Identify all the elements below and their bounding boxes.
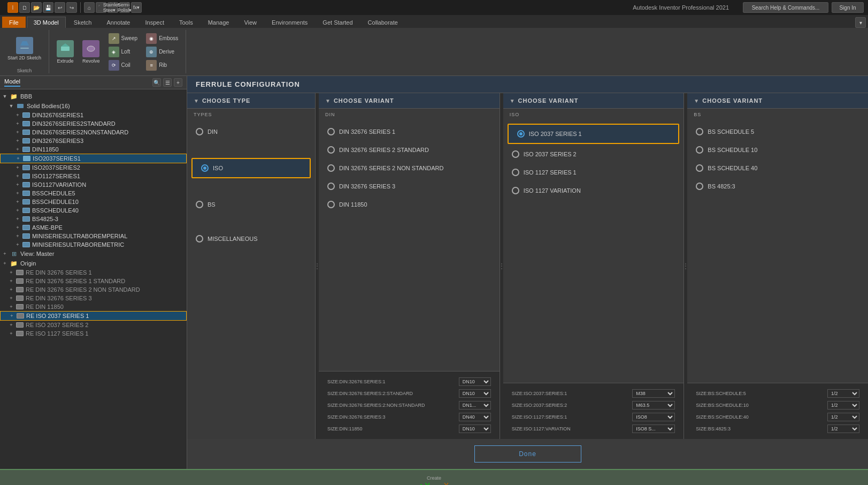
radio-din32676s1[interactable]: DIN 32676 SERIES 1 [319, 123, 500, 141]
tab-annotate[interactable]: Annotate [99, 17, 137, 28]
tree-re-iso2037s1[interactable]: + RE ISO 2037 SERIES 1 [0, 311, 187, 321]
tree-re-item[interactable]: + RE DIN 32676 SERIES 1 [0, 268, 187, 277]
ribbon-toggle-btn[interactable]: ▾ [855, 17, 866, 28]
tree-origin[interactable]: + 📁 Origin [0, 259, 187, 268]
radio-iso[interactable]: ISO [191, 158, 311, 178]
tree-re-item[interactable]: + RE ISO 2037 SERIES 2 [0, 321, 187, 329]
size-din32676s2nonstd-select[interactable]: DN1... [459, 401, 491, 410]
tab-view[interactable]: View [237, 17, 264, 28]
color-btn[interactable]: Semi-Polisl▾ [119, 2, 130, 13]
radio-bs-sched40[interactable]: BS SCHEDULE 40 [687, 159, 868, 177]
material-btn[interactable]: Stainless Stee▾ [107, 2, 118, 13]
size-din32676s3-select[interactable]: DN40 [459, 413, 491, 421]
extrude-btn[interactable]: Extrude [53, 38, 77, 66]
size-iso1127s1-select[interactable]: ISO8 [632, 413, 675, 421]
radio-bs-sched5[interactable]: BS SCHEDULE 5 [687, 123, 868, 141]
tree-item[interactable]: + ISO2037SERIES2 [0, 163, 187, 172]
tab-tools[interactable]: Tools [172, 17, 200, 28]
radio-iso1127var[interactable]: ISO 1127 VARIATION [503, 181, 684, 200]
new-btn[interactable]: 🗋 [19, 2, 30, 13]
home-btn[interactable]: ⌂ [84, 2, 95, 13]
open-btn[interactable]: 📂 [31, 2, 42, 13]
tree-re-item[interactable]: + RE DIN 32676 SERIES 2 NON STANDARD [0, 285, 187, 294]
tab-sketch[interactable]: Sketch [67, 17, 99, 28]
tree-menu-btn[interactable]: ☰ [163, 78, 172, 87]
done-button[interactable]: Done [474, 445, 581, 463]
save-btn[interactable]: 💾 [43, 2, 53, 13]
emboss-btn[interactable]: ◉ Emboss [143, 32, 181, 45]
fx-btn[interactable]: fx▾ [131, 2, 142, 13]
derive-btn[interactable]: ⊕ Derive [143, 46, 181, 58]
size-iso1127var-select[interactable]: ISO8 S... [632, 425, 675, 433]
tree-item[interactable]: + ISO1127SERIES1 [0, 172, 187, 180]
undo-btn[interactable]: ↩ [55, 2, 65, 13]
tree-root-bbb[interactable]: ▼ 📁 BBB [0, 92, 187, 101]
sweep-btn[interactable]: ↗ Sweep [105, 32, 141, 45]
tree-item[interactable]: + MINISERIESULTRABOREMETRIC [0, 240, 187, 249]
tree-item[interactable]: + DIN32676SERIES2NONSTANDARD [0, 128, 187, 137]
search-help-btn[interactable]: Search Help & Commands... [743, 2, 828, 13]
radio-din[interactable]: DIN [187, 123, 315, 141]
tree-item[interactable]: + BS4825-3 [0, 215, 187, 223]
size-bs-sched10-select[interactable]: 1/2 [827, 401, 859, 410]
size-din32676s1-select[interactable]: DN10 [459, 377, 491, 386]
loft-btn[interactable]: ◈ Loft [105, 46, 141, 58]
tree-solid-bodies[interactable]: ▼ Solid Bodies(16) [0, 101, 187, 111]
radio-bs[interactable]: BS [187, 195, 315, 214]
radio-iso2037s1[interactable]: ISO 2037 SERIES 1 [508, 124, 680, 144]
size-bs-sched5-select[interactable]: 1/2 [827, 389, 859, 398]
size-bs-48253-select[interactable]: 1/2 [827, 425, 859, 433]
size-iso2037s2-select[interactable]: M63.5 [632, 401, 675, 410]
config-columns: ▼ CHOOSE TYPE TYPES DIN ISO [187, 93, 868, 439]
tree-view-master[interactable]: + ⊞ View: Master [0, 249, 187, 259]
tab-manage[interactable]: Manage [201, 17, 236, 28]
radio-din32676s2nonstd[interactable]: DIN 32676 SERIES 2 NON STANDARD [319, 159, 500, 177]
tree-item[interactable]: + ASME-BPE [0, 223, 187, 232]
rib-btn[interactable]: ≡ Rib [143, 59, 181, 72]
radio-iso1127s1[interactable]: ISO 1127 SERIES 1 [503, 163, 684, 181]
radio-bs-48253[interactable]: BS 4825:3 [687, 177, 868, 195]
tree-item-iso2037s1[interactable]: + ISO2037SERIES1 [0, 154, 187, 163]
body-icon [22, 225, 30, 230]
search-tree-btn[interactable]: 🔍 [152, 78, 161, 87]
tree-item[interactable]: + DIN11850 [0, 145, 187, 154]
start-2d-sketch-btn[interactable]: Start 2D Sketch [4, 35, 44, 63]
tree-re-item[interactable]: + RE DIN 11850 [0, 302, 187, 311]
size-bs-sched40-select[interactable]: 1/2 [827, 413, 859, 421]
tab-inspect[interactable]: Inspect [139, 17, 171, 28]
size-din11850-select[interactable]: DN10 [459, 425, 491, 433]
redo-btn[interactable]: ↪ [66, 2, 77, 13]
tab-3dmodel[interactable]: 3D Model [27, 17, 66, 28]
radio-din11850[interactable]: DIN 11850 [319, 195, 500, 214]
tree-item[interactable]: + BSSCHEDULE40 [0, 206, 187, 215]
tree-item[interactable]: + DIN32676SERIES1 [0, 111, 187, 119]
tree-re-item[interactable]: + RE DIN 32676 SERIES 1 STANDARD [0, 277, 187, 285]
tree-item[interactable]: + MINISERIESULTRABOREMPERIAL [0, 232, 187, 240]
radio-bs-sched10[interactable]: BS SCHEDULE 10 [687, 141, 868, 159]
revolve-btn[interactable]: Revolve [79, 38, 103, 66]
quick-access-toolbar: I 🗋 📂 💾 ↩ ↪ ⌂ ⬛ Stainless Stee▾ Semi-Pol… [4, 2, 145, 13]
radio-iso2037s2[interactable]: ISO 2037 SERIES 2 [503, 145, 684, 163]
tree-item[interactable]: + BSSCHEDULE5 [0, 189, 187, 198]
root-expand[interactable]: ▼ [2, 94, 7, 99]
tree-item[interactable]: + DIN32676SERIES3 [0, 137, 187, 145]
tree-re-item[interactable]: + RE DIN 32676 SERIES 3 [0, 294, 187, 302]
tab-collaborate[interactable]: Collaborate [361, 17, 405, 28]
solid-bodies-expand[interactable]: ▼ [9, 103, 14, 109]
tree-item[interactable]: + ISO1127VARIATION [0, 180, 187, 189]
model-tab[interactable]: Model [4, 78, 20, 87]
tree-item[interactable]: + BSSCHEDULE10 [0, 198, 187, 206]
radio-din32676s2std[interactable]: DIN 32676 SERIES 2 STANDARD [319, 141, 500, 159]
radio-miscellaneous[interactable]: MISCELLANEOUS [187, 230, 315, 248]
size-iso2037s1-select[interactable]: M38 [632, 389, 675, 398]
size-din32676s2std-select[interactable]: DN10 [459, 389, 491, 398]
tab-getstarted[interactable]: Get Started [316, 17, 359, 28]
tab-environments[interactable]: Environments [265, 17, 314, 28]
radio-din32676s3[interactable]: DIN 32676 SERIES 3 [319, 177, 500, 195]
tab-file[interactable]: File [2, 17, 26, 28]
add-tab-btn[interactable]: + [174, 78, 182, 87]
tree-item[interactable]: + DIN32676SERIES2STANDARD [0, 119, 187, 128]
sign-in-btn[interactable]: Sign In [832, 2, 864, 13]
coil-btn[interactable]: ⟳ Coil [105, 59, 141, 72]
tree-re-item[interactable]: + RE ISO 1127 SERIES 1 [0, 329, 187, 338]
